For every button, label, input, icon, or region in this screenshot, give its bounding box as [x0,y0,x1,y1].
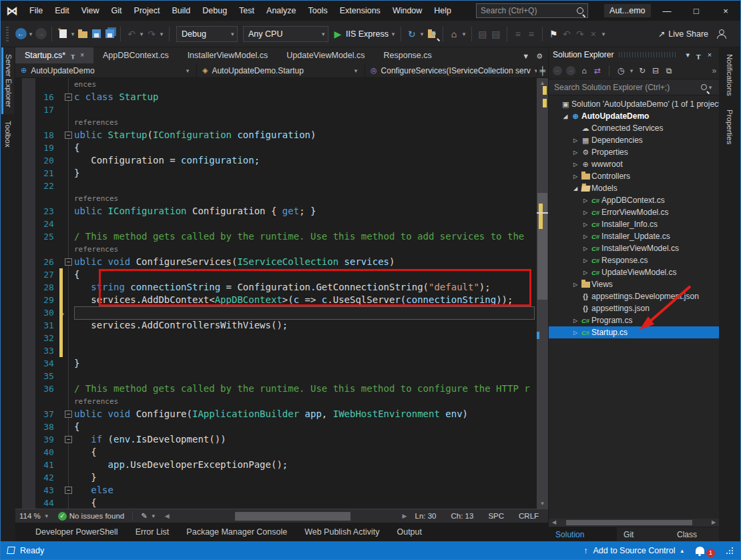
start-debug-icon[interactable]: ▶ [331,27,344,41]
code-line-31[interactable]: 31 services.AddControllersWithViews(); [15,319,537,332]
expander-expanded-icon[interactable]: ◢ [571,186,579,192]
outlining-margin[interactable] [64,471,74,484]
outlining-margin[interactable] [64,205,74,218]
start-profile-label[interactable]: IIS Express [344,29,390,39]
code-line-41[interactable]: 41 app.UseDeveloperExceptionPage(); [15,459,537,471]
undo-dropdown-icon[interactable]: ▾ [138,31,145,37]
navigate-back-dropdown-icon[interactable]: ▾ [27,31,34,37]
tree-item-response-cs[interactable]: ▷C#Response.cs [549,254,719,266]
menu-debug[interactable]: Debug [196,1,233,21]
clear-bookmarks-icon[interactable]: × [587,27,600,41]
outlining-margin[interactable] [64,446,74,459]
outlining-margin[interactable] [64,230,74,243]
sync-with-active-document-icon[interactable]: ↻ [636,63,648,78]
expander-collapsed-icon[interactable]: ▷ [581,234,589,240]
fold-collapse-icon[interactable]: − [65,258,72,266]
next-bookmark-icon[interactable]: ↷ [573,27,587,41]
background-tasks-icon[interactable] [7,547,15,554]
outlining-margin[interactable] [64,78,74,91]
outlining-margin[interactable] [64,281,74,294]
browser-link-icon[interactable]: ⌂ [447,27,461,41]
maximize-button[interactable]: □ [682,1,711,21]
code-line-18[interactable]: 18−ublic Startup(IConfiguration configur… [15,129,537,142]
side-tab-properties[interactable]: Properties [724,103,735,151]
collapse-all-icon[interactable]: ⊟ [650,63,662,78]
toolbar-grip[interactable] [6,27,9,41]
outlining-margin[interactable]: − [64,433,74,446]
toolbar-overflow-icon[interactable]: » [712,66,716,75]
menu-extensions[interactable]: Extensions [334,1,387,21]
outlining-margin[interactable] [64,382,74,395]
side-tab-notifications[interactable]: Notifications [724,47,735,103]
panel-grip[interactable] [619,52,677,57]
fold-collapse-icon[interactable]: − [65,93,72,101]
uncomment-icon[interactable]: ▤ [489,27,503,41]
code-line-34[interactable]: 34} [15,357,537,370]
expander-collapsed-icon[interactable]: ▷ [581,198,589,204]
bottom-tab-output[interactable]: Output [397,527,422,537]
tree-item-installer-update-cs[interactable]: ▷C#Installer_Update.cs [549,230,719,242]
code-line-lens[interactable]: references [15,116,537,129]
code-line-24[interactable]: 24 [15,218,537,230]
tree-item-wwwroot[interactable]: ▷⊕wwwroot [549,158,719,170]
resize-grip[interactable] [726,547,734,555]
pin-icon[interactable]: ┰ [693,51,704,59]
tree-item-installerviewmodel-cs[interactable]: ▷C#InstallerViewModel.cs [549,242,719,254]
scroll-right-icon[interactable]: ▶ [710,519,718,527]
gear-icon[interactable]: ⚙ [536,52,543,61]
side-tab-server-explorer[interactable]: Server Explorer [1,47,14,114]
code-line-17[interactable]: 17 [15,103,537,116]
code-line-22[interactable]: 22 [15,180,537,192]
tab-updateviewmodel-cs[interactable]: UpdateViewModel.cs [277,47,374,63]
expander-collapsed-icon[interactable]: ▷ [571,174,579,180]
back-icon[interactable]: ← [551,63,563,78]
brush-icon[interactable]: ✎ ▾ [137,511,161,521]
member-dropdown[interactable]: ◎ ConfigureServices(IServiceCollection s… [365,63,537,77]
outlining-margin[interactable] [64,344,74,357]
fold-collapse-icon[interactable]: − [65,131,72,139]
expander-collapsed-icon[interactable]: ▷ [581,258,589,264]
editor-horizontal-scrollbar[interactable] [175,509,397,523]
menu-tools[interactable]: Tools [302,1,334,21]
code-line-lens[interactable]: references [15,192,537,205]
tree-item-autoupdatedemo[interactable]: ◢⊕AutoUpdateDemo [549,110,719,122]
save-icon[interactable] [89,27,103,41]
outlining-margin[interactable]: − [64,484,74,497]
refresh-icon[interactable]: ↻ [405,27,419,41]
code-line-36[interactable]: 36/ This method gets called by the runti… [15,382,537,395]
split-window-icon[interactable]: ╪ [537,66,549,75]
code-line-lens[interactable]: references [15,395,537,408]
outlining-margin[interactable] [64,357,74,370]
tab-startup-cs[interactable]: Startup.cs*┰× [15,47,93,63]
chevron-down-icon[interactable]: ▾ [628,67,635,74]
minimize-button[interactable]: — [652,1,682,21]
panel-tab-git-changes[interactable]: Git Changes [617,527,670,541]
code-line-lens[interactable]: ences [15,78,537,91]
menu-window[interactable]: Window [387,1,428,21]
tree-item-properties[interactable]: ▷⚙Properties [549,146,719,158]
code-line-40[interactable]: 40 { [15,446,537,459]
bottom-tab-developer-powershell[interactable]: Developer PowerShell [35,527,118,537]
solution-platform-combo[interactable]: Any CPU▾ [243,26,328,42]
tree-item-errorviewmodel-cs[interactable]: ▷C#ErrorViewModel.cs [549,206,719,218]
outlining-margin[interactable] [64,306,74,319]
menu-project[interactable]: Project [128,1,166,21]
outlining-margin[interactable] [64,103,74,116]
code-line-37[interactable]: 37−ublic void Configure(IApplicationBuil… [15,408,537,421]
comment-icon[interactable]: ▤ [476,27,489,41]
bookmark-icon[interactable]: ⚑ [547,27,560,41]
code-text-area[interactable]: ences16−c class Startup17references18−ub… [15,78,537,509]
outlining-margin[interactable] [64,116,74,129]
scrollbar-thumb[interactable] [235,512,350,521]
code-line-26[interactable]: 26−ublic void ConfigureServices(IService… [15,256,537,268]
expander-collapsed-icon[interactable]: ▷ [571,318,579,324]
code-line-lens[interactable]: references [15,243,537,256]
undo-icon[interactable]: ↶ [125,27,138,41]
code-editor[interactable]: ences16−c class Startup17references18−ub… [15,78,548,509]
code-line-35[interactable]: 35 [15,370,537,382]
menu-git[interactable]: Git [105,1,128,21]
tree-item-views[interactable]: ▷Views [549,278,719,290]
code-line-30[interactable]: 30✎ [15,306,537,319]
line-indicator[interactable]: Ln: 30 [415,512,437,520]
navigate-forward-icon[interactable]: → [34,27,47,41]
